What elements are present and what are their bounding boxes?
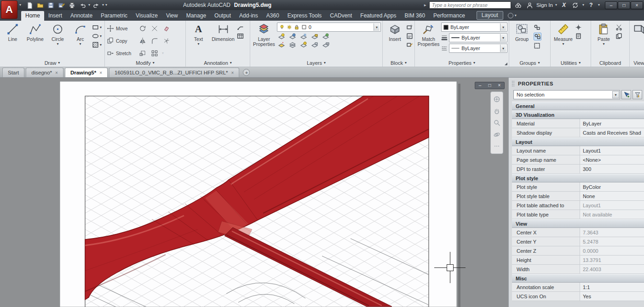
insert-button[interactable]: Insert: [385, 23, 405, 59]
file-tab-160591[interactable]: 160591LO_0_VMC_R_B...ZI_UFFICI HFP SRL*×: [109, 68, 239, 77]
doc-close-button[interactable]: ×: [494, 82, 504, 89]
trim-button[interactable]: [150, 25, 159, 32]
tab-express-tools[interactable]: Express Tools: [283, 11, 326, 21]
tab-view[interactable]: View: [162, 11, 182, 21]
close-tab-icon[interactable]: ×: [55, 70, 58, 75]
view-panel-label[interactable]: View: [630, 59, 644, 67]
utilities-panel-label[interactable]: Utilities▾: [551, 59, 591, 67]
annotation-panel-label[interactable]: Annotation▾: [186, 59, 250, 67]
rectangle-tool-button[interactable]: ▾: [92, 24, 102, 31]
undo-dropdown-icon[interactable]: ▾: [88, 3, 90, 7]
save-button[interactable]: [46, 1, 55, 9]
navbar-more-icon[interactable]: [493, 142, 500, 150]
steering-wheel-icon[interactable]: [493, 96, 500, 103]
sign-in-dropdown-icon[interactable]: ▾: [555, 3, 557, 7]
lineweight-select[interactable]: ByLayer ▾: [449, 33, 507, 42]
match-properties-button[interactable]: Match Properties: [417, 23, 440, 59]
tab-output[interactable]: Output: [210, 11, 235, 21]
layout-viewport[interactable]: [0, 78, 508, 307]
search-arrow-icon[interactable]: ►: [423, 3, 427, 7]
linetype-select[interactable]: ByLayer ▾: [449, 44, 507, 53]
tab-visualize[interactable]: Visualize: [132, 11, 162, 21]
close-button[interactable]: ×: [631, 1, 643, 9]
tab-add-ins[interactable]: Add-ins: [235, 11, 262, 21]
cut-button[interactable]: [615, 24, 622, 31]
tab-layout[interactable]: Layout: [477, 11, 503, 20]
layer-lock-button[interactable]: [311, 33, 318, 40]
section-header-view[interactable]: View: [512, 219, 644, 228]
copy-clip-button[interactable]: [615, 33, 622, 40]
customize-qat-icon[interactable]: ▾: [105, 3, 107, 7]
make-current-button[interactable]: [278, 41, 285, 48]
base-view-button[interactable]: [632, 23, 644, 59]
layer-off-button[interactable]: [278, 33, 285, 40]
layer-thaw-button[interactable]: [300, 41, 307, 48]
new-tab-button[interactable]: +: [243, 69, 250, 76]
scale-button[interactable]: [138, 50, 147, 57]
plot-button[interactable]: [67, 1, 76, 9]
rotate-button[interactable]: [138, 25, 147, 32]
quick-select-button[interactable]: [632, 90, 642, 99]
properties-dialog-launcher-icon[interactable]: [505, 63, 507, 65]
copy-button[interactable]: Copy: [107, 37, 135, 45]
layer-freeze-button[interactable]: [300, 33, 307, 40]
layer-dropdown-icon[interactable]: ▾: [374, 23, 380, 31]
redo-dropdown-icon[interactable]: ▾: [102, 3, 104, 7]
layer-match-button[interactable]: [322, 33, 329, 40]
layer-properties-button[interactable]: Layer Properties: [252, 23, 276, 59]
circle-button[interactable]: Circle ▾: [47, 23, 69, 59]
leader-tool-button[interactable]: [237, 24, 244, 31]
redo-button[interactable]: [92, 1, 101, 9]
layer-walk-button[interactable]: [289, 41, 296, 48]
array-button[interactable]: [150, 50, 159, 57]
ellipse-tool-button[interactable]: ▾: [92, 33, 102, 40]
hatch-tool-button[interactable]: ▾: [92, 41, 102, 48]
block-panel-label[interactable]: Block▾: [383, 59, 414, 67]
chevron-down-icon[interactable]: ▾: [19, 3, 21, 7]
share-dropdown-icon[interactable]: ▾: [582, 3, 584, 7]
tab-annotate[interactable]: Annotate: [66, 11, 97, 21]
text-button[interactable]: A Text ▾: [188, 23, 209, 59]
group-button[interactable]: Group: [511, 23, 533, 59]
undo-button[interactable]: [78, 1, 87, 9]
layers-panel-label[interactable]: Layers▾: [250, 59, 382, 67]
stretch-button[interactable]: Stretch: [107, 50, 135, 57]
close-tab-icon[interactable]: ×: [99, 70, 102, 75]
tab-manage[interactable]: Manage: [182, 11, 210, 21]
exchange-apps-icon[interactable]: X: [559, 1, 569, 9]
ungroup-button[interactable]: [534, 24, 541, 31]
search-input[interactable]: [429, 1, 511, 9]
palette-grip-icon[interactable]: [512, 80, 515, 87]
block-editor-button[interactable]: [406, 41, 413, 48]
selection-dropdown[interactable]: No selection ▾: [513, 90, 620, 99]
section-header-general[interactable]: General: [512, 102, 644, 110]
arc-dropdown-icon[interactable]: ▾: [79, 42, 81, 46]
tab-insert[interactable]: Insert: [44, 11, 66, 21]
paste-button[interactable]: Paste ▾: [593, 23, 615, 59]
share-icon[interactable]: [571, 1, 580, 9]
help-dropdown-icon[interactable]: ▾: [598, 3, 600, 7]
file-tab-drawing5[interactable]: Drawing5*×: [65, 68, 108, 77]
autocad-app-button[interactable]: A: [1, 0, 17, 19]
save-as-button[interactable]: [57, 1, 66, 9]
erase-button[interactable]: [162, 25, 171, 32]
help-icon[interactable]: ?: [586, 1, 596, 9]
quick-calc-button[interactable]: [575, 33, 582, 40]
measure-dropdown-icon[interactable]: ▾: [562, 42, 564, 46]
groups-panel-label[interactable]: Groups▾: [509, 59, 550, 67]
draw-panel-label[interactable]: Draw▾: [0, 59, 104, 67]
group-selection-toggle[interactable]: [534, 42, 541, 49]
edit-attributes-button[interactable]: [406, 33, 413, 40]
mirror-button[interactable]: [138, 37, 147, 45]
file-tab-start[interactable]: Start: [2, 68, 24, 77]
section-header-misc[interactable]: Misc: [512, 274, 644, 283]
orbit-icon[interactable]: [493, 131, 500, 138]
layer-select[interactable]: 0 ▾: [277, 23, 381, 32]
id-point-button[interactable]: [575, 24, 582, 31]
minimize-button[interactable]: –: [605, 1, 617, 9]
sign-in-button[interactable]: Sign In: [536, 2, 553, 8]
section-header-3d-visualization[interactable]: 3D Visualization: [512, 110, 644, 119]
tab-featured-apps[interactable]: Featured Apps: [356, 11, 400, 21]
doc-restore-button[interactable]: □: [485, 82, 494, 89]
object-color-select[interactable]: ByLayer ▾: [441, 23, 507, 32]
